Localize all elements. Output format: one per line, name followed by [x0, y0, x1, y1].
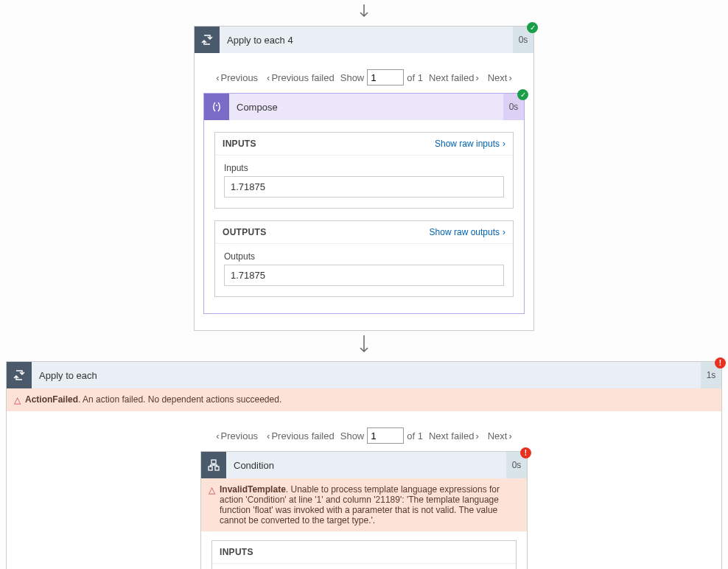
- outputs-field-label: Outputs: [224, 251, 504, 262]
- pager-previous[interactable]: ‹Previous: [213, 429, 261, 443]
- pager-next-failed[interactable]: Next failed›: [426, 71, 482, 85]
- pager-next[interactable]: Next›: [485, 71, 515, 85]
- card-title: Compose: [229, 102, 503, 113]
- pager: ‹Previous ‹Previous failed Show of 1 Nex…: [203, 62, 525, 93]
- invalid-template-banner: △ InvalidTemplate. Unable to process tem…: [201, 478, 527, 531]
- pager: ‹Previous ‹Previous failed Show of 1 Nex…: [15, 420, 713, 451]
- apply-to-each-card: Apply to each 1s ! △ ActionFailed. An ac…: [6, 361, 722, 569]
- card-title: Apply to each 4: [220, 35, 513, 46]
- warning-icon: △: [209, 485, 215, 495]
- pager-of-total: of 1: [407, 430, 423, 441]
- pager-next[interactable]: Next›: [485, 429, 515, 443]
- pager-of-total: of 1: [407, 72, 423, 83]
- condition-card: Condition 0s ! △ InvalidTemplate. Unable…: [200, 451, 528, 569]
- pager-show-label: Show: [340, 72, 365, 83]
- inputs-field-label: Inputs: [224, 163, 504, 173]
- svg-rect-0: [211, 460, 216, 464]
- compose-icon: [204, 94, 229, 120]
- apply-to-each-header[interactable]: Apply to each 1s !: [7, 362, 721, 388]
- show-raw-outputs-link[interactable]: Show raw outputs›: [430, 227, 505, 237]
- inputs-label: INPUTS: [223, 139, 256, 149]
- success-badge-icon: ✓: [517, 89, 528, 100]
- compose-card: Compose 0s ✓ INPUTS Show raw inputs› Inp…: [203, 93, 525, 314]
- outputs-label: OUTPUTS: [223, 227, 266, 237]
- card-title: Apply to each: [32, 370, 701, 381]
- pager-page-input[interactable]: [367, 69, 404, 85]
- pager-previous-failed[interactable]: ‹Previous failed: [264, 71, 337, 85]
- loop-icon: [7, 362, 32, 388]
- no-inputs-text: No inputs: [212, 564, 516, 569]
- loop-icon: [195, 27, 220, 53]
- show-raw-inputs-link[interactable]: Show raw inputs›: [435, 139, 505, 149]
- pager-page-input[interactable]: [367, 427, 404, 444]
- arrow-down-icon: [0, 331, 728, 361]
- condition-icon: [201, 452, 226, 478]
- error-badge-icon: !: [715, 357, 726, 369]
- card-title: Condition: [226, 460, 506, 471]
- condition-header[interactable]: Condition 0s !: [201, 452, 527, 478]
- warning-icon: △: [14, 395, 21, 405]
- compose-header[interactable]: Compose 0s ✓: [204, 94, 524, 120]
- inputs-section: INPUTS Show raw inputs› Inputs 1.71875: [214, 132, 514, 209]
- outputs-section: OUTPUTS Show raw outputs› Outputs 1.7187…: [214, 220, 514, 297]
- pager-show-label: Show: [340, 430, 365, 441]
- error-badge-icon: !: [520, 447, 531, 458]
- arrow-down-icon: [0, 0, 728, 26]
- inputs-label: INPUTS: [220, 547, 253, 557]
- svg-rect-2: [215, 467, 219, 470]
- action-failed-banner: △ ActionFailed. An action failed. No dep…: [7, 388, 721, 411]
- outputs-value: 1.71875: [224, 265, 504, 286]
- apply-to-each-4-card: Apply to each 4 0s ✓ ‹Previous ‹Previous…: [194, 26, 534, 331]
- inputs-section: INPUTS No inputs: [211, 540, 517, 569]
- success-badge-icon: ✓: [527, 22, 538, 33]
- pager-previous-failed[interactable]: ‹Previous failed: [264, 429, 337, 443]
- inputs-value: 1.71875: [224, 176, 504, 198]
- svg-rect-1: [209, 467, 212, 470]
- pager-next-failed[interactable]: Next failed›: [426, 429, 482, 443]
- apply-to-each-4-header[interactable]: Apply to each 4 0s ✓: [195, 27, 533, 53]
- pager-previous[interactable]: ‹Previous: [213, 71, 261, 85]
